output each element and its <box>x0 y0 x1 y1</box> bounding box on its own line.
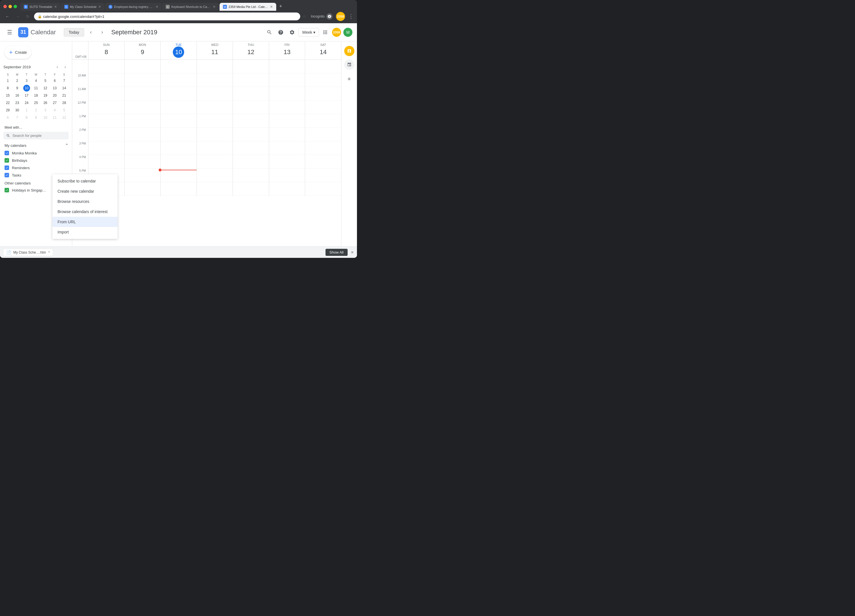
context-menu-subscribe[interactable]: Subscribe to calendar <box>52 176 72 186</box>
user-avatar[interactable]: M <box>343 28 352 37</box>
context-menu-browse-resources[interactable]: Browse resources <box>52 196 72 207</box>
mini-cal-day[interactable]: 7 <box>14 114 21 121</box>
forward-button[interactable]: → <box>14 12 21 20</box>
right-sidebar-add[interactable]: + <box>347 75 351 83</box>
mini-cal-day[interactable]: 1 <box>23 107 30 113</box>
cal-day-mon[interactable] <box>124 60 161 196</box>
mini-cal-day[interactable]: 6 <box>51 77 58 84</box>
cal-day-wed[interactable] <box>197 60 233 196</box>
mini-cal-day[interactable]: 12 <box>61 114 67 121</box>
context-menu-create[interactable]: Create new calendar <box>52 186 72 196</box>
right-sidebar-keep[interactable] <box>344 60 354 70</box>
tab-2359-close[interactable]: ✕ <box>270 5 273 9</box>
hamburger-menu[interactable]: ☰ <box>5 27 15 37</box>
mini-cal-day[interactable]: 4 <box>51 107 58 113</box>
mini-cal-day[interactable]: 5 <box>61 107 67 113</box>
window-minimize[interactable] <box>9 5 12 8</box>
mini-cal-day[interactable]: 7 <box>61 77 67 84</box>
cal-item-reminders[interactable]: Reminders <box>0 164 72 172</box>
mini-cal-day[interactable]: 25 <box>32 100 39 106</box>
mini-cal-day[interactable]: 8 <box>5 85 11 92</box>
help-button[interactable] <box>276 27 286 37</box>
bookmark-icon[interactable]: ☆ <box>303 14 306 19</box>
show-all-button[interactable]: Show All <box>325 249 348 256</box>
mini-cal-day[interactable]: 18 <box>32 92 39 99</box>
close-download-button[interactable]: × <box>351 250 354 255</box>
mini-cal-day[interactable]: 13 <box>51 85 58 92</box>
right-sidebar-tasks[interactable] <box>344 46 354 56</box>
today-button[interactable]: Today <box>64 28 84 37</box>
mini-cal-day[interactable]: 14 <box>61 85 67 92</box>
tab-employee-close[interactable]: ✕ <box>156 5 158 9</box>
mini-cal-day[interactable]: 9 <box>14 85 21 92</box>
mini-cal-day[interactable]: 11 <box>51 114 58 121</box>
mini-cal-day[interactable]: 4 <box>32 77 39 84</box>
tab-employee[interactable]: G Employee-facing registry cont… ✕ <box>105 3 162 11</box>
tab-keyboard-close[interactable]: ✕ <box>213 5 216 9</box>
cal-day-sat[interactable] <box>305 60 341 196</box>
tab-sutd[interactable]: S SUTD Timetable ✕ <box>20 3 60 11</box>
cal-day-thu[interactable] <box>233 60 269 196</box>
refresh-button[interactable]: ↻ <box>24 12 32 20</box>
mini-cal-next[interactable]: › <box>62 63 69 70</box>
tab-sutd-close[interactable]: ✕ <box>54 5 57 9</box>
address-bar[interactable]: 🔒 calendar.google.com/calendar/r?pli=1 <box>34 12 300 20</box>
prev-period-button[interactable]: ‹ <box>86 28 95 37</box>
mini-cal-day[interactable]: 20 <box>51 92 58 99</box>
mini-cal-day[interactable]: 24 <box>23 100 30 106</box>
mini-cal-day[interactable]: 1 <box>5 77 11 84</box>
mini-cal-day[interactable]: 19 <box>42 92 49 99</box>
mini-cal-day[interactable]: 8 <box>23 114 30 121</box>
view-selector[interactable]: Week ▾ <box>298 28 319 37</box>
mini-cal-day[interactable]: 11 <box>32 85 39 92</box>
tab-myclasssched[interactable]: G My Class Schedule ✕ <box>61 3 104 11</box>
mini-cal-day[interactable]: 26 <box>42 100 49 106</box>
mini-cal-day[interactable]: 3 <box>23 77 30 84</box>
mini-cal-day-today[interactable]: 10 <box>23 85 30 92</box>
mini-cal-day[interactable]: 22 <box>5 100 11 106</box>
context-menu-from-url[interactable]: From URL <box>52 217 72 227</box>
window-maximize[interactable] <box>14 5 17 8</box>
context-menu-import[interactable]: Import <box>52 227 72 237</box>
mini-cal-day[interactable]: 12 <box>42 85 49 92</box>
mini-cal-day[interactable]: 28 <box>61 100 67 106</box>
search-people-input[interactable] <box>12 133 66 138</box>
mini-cal-day[interactable]: 5 <box>42 77 49 84</box>
mini-cal-day[interactable]: 15 <box>5 92 11 99</box>
mini-cal-day[interactable]: 6 <box>5 114 11 121</box>
mini-cal-prev[interactable]: ‹ <box>54 63 61 70</box>
mini-cal-day[interactable]: 30 <box>14 107 21 113</box>
cal-day-tue[interactable] <box>160 60 197 196</box>
apps-grid-button[interactable] <box>320 27 330 37</box>
next-period-button[interactable]: › <box>98 28 107 37</box>
browser-menu[interactable]: ⋮ <box>348 13 354 20</box>
mini-cal-day[interactable]: 3 <box>42 107 49 113</box>
tab-2359[interactable]: 10 2359 Media Pte Ltd - Calenda… ✕ <box>219 3 276 11</box>
cal-item-monika[interactable]: Monika Monika <box>0 149 72 157</box>
mini-cal-day[interactable]: 10 <box>42 114 49 121</box>
cal-item-birthdays[interactable]: Birthdays <box>0 157 72 164</box>
window-close[interactable] <box>3 5 7 8</box>
my-calendars-header[interactable]: My calendars ⌃ <box>0 141 72 149</box>
mini-cal-day[interactable]: 21 <box>61 92 67 99</box>
mini-cal-day[interactable]: 2 <box>14 77 21 84</box>
mini-cal-day[interactable]: 29 <box>5 107 11 113</box>
mini-cal-day[interactable]: 2 <box>32 107 39 113</box>
tab-myclasssched-close[interactable]: ✕ <box>98 5 101 9</box>
mini-cal-day[interactable]: 27 <box>51 100 58 106</box>
context-menu-browse-interest[interactable]: Browse calendars of interest <box>52 207 72 217</box>
create-button[interactable]: + Create <box>5 46 31 59</box>
search-button[interactable] <box>264 27 274 37</box>
mini-cal-day[interactable]: 17 <box>23 92 30 99</box>
mini-cal-day[interactable]: 23 <box>14 100 21 106</box>
cal-day-fri[interactable] <box>269 60 305 196</box>
brand-avatar-topbar[interactable]: 2359 <box>332 28 341 37</box>
mini-cal-day[interactable]: 16 <box>14 92 21 99</box>
download-chevron-icon[interactable]: ^ <box>48 250 50 254</box>
brand-avatar[interactable]: 2359 <box>336 12 345 21</box>
back-button[interactable]: ← <box>3 12 11 20</box>
new-tab-button[interactable]: + <box>277 2 285 10</box>
settings-button[interactable] <box>287 27 297 37</box>
mini-cal-day[interactable]: 9 <box>32 114 39 121</box>
tab-keyboard[interactable]: ls Keyboard Shortcuts to Captur… ✕ <box>162 3 219 11</box>
